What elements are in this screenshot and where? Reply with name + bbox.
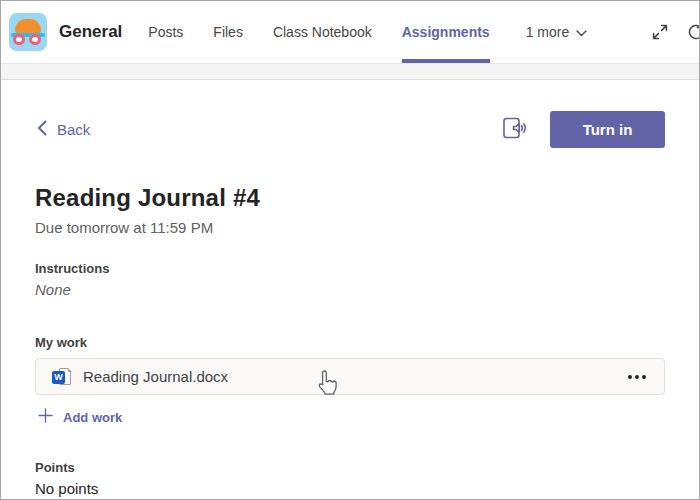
team-avatar[interactable] bbox=[9, 13, 47, 51]
instructions-value: None bbox=[35, 281, 665, 298]
teams-assignment-window: General Posts Files Class Notebook Assig… bbox=[0, 0, 700, 500]
more-tabs-label: 1 more bbox=[526, 24, 570, 40]
turn-in-button[interactable]: Turn in bbox=[550, 111, 665, 148]
header-divider-band bbox=[1, 63, 699, 80]
refresh-icon[interactable] bbox=[686, 22, 700, 42]
avatar-cap-shape bbox=[15, 19, 41, 33]
my-work-section: My work W Reading Journal.docx Add work bbox=[35, 335, 665, 427]
points-section: Points No points bbox=[35, 460, 665, 497]
points-value: No points bbox=[35, 480, 665, 497]
due-date-text: Due tomorrow at 11:59 PM bbox=[35, 219, 665, 236]
more-options-icon[interactable] bbox=[626, 371, 648, 383]
assignment-toolbar: Back Turn in bbox=[35, 111, 665, 148]
plus-icon bbox=[38, 408, 53, 427]
word-file-icon: W bbox=[52, 367, 72, 387]
channel-header: General Posts Files Class Notebook Assig… bbox=[1, 1, 699, 63]
more-tabs-menu[interactable]: 1 more bbox=[526, 24, 588, 40]
back-label: Back bbox=[57, 121, 90, 138]
avatar-goggle-lens bbox=[13, 34, 25, 45]
avatar-goggle-lens bbox=[29, 34, 41, 45]
assignment-detail: Back Turn in Reading Journal #4 Due tomo… bbox=[1, 111, 699, 497]
attached-file-row[interactable]: W Reading Journal.docx bbox=[35, 358, 665, 395]
immersive-reader-icon[interactable] bbox=[500, 114, 528, 146]
file-name: Reading Journal.docx bbox=[83, 368, 228, 385]
header-action-icons bbox=[651, 22, 700, 42]
chevron-down-icon bbox=[576, 24, 587, 40]
channel-tabs: Posts Files Class Notebook Assignments bbox=[148, 1, 519, 63]
assignment-title: Reading Journal #4 bbox=[35, 184, 665, 212]
instructions-section: Instructions None bbox=[35, 261, 665, 298]
back-button[interactable]: Back bbox=[37, 120, 90, 139]
instructions-label: Instructions bbox=[35, 261, 665, 276]
tab-assignments[interactable]: Assignments bbox=[402, 1, 490, 63]
tab-files[interactable]: Files bbox=[213, 1, 243, 63]
points-label: Points bbox=[35, 460, 665, 475]
add-work-button[interactable]: Add work bbox=[38, 408, 665, 427]
back-chevron-icon bbox=[37, 120, 47, 139]
channel-title: General bbox=[59, 22, 122, 42]
my-work-label: My work bbox=[35, 335, 665, 350]
tab-class-notebook[interactable]: Class Notebook bbox=[273, 1, 372, 63]
add-work-label: Add work bbox=[63, 410, 122, 425]
tab-posts[interactable]: Posts bbox=[148, 1, 183, 63]
expand-icon[interactable] bbox=[651, 23, 669, 41]
